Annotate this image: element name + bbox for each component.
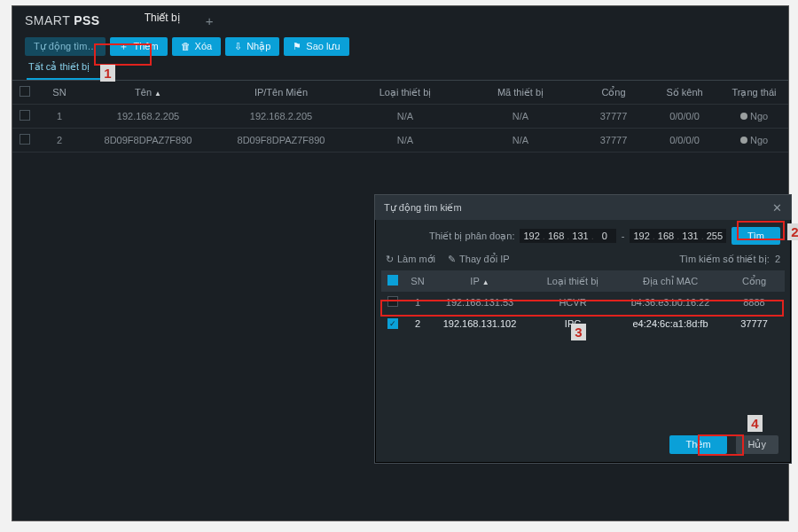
- import-button[interactable]: ⇩ Nhập: [225, 37, 279, 56]
- backup-icon: ⚑: [293, 41, 301, 52]
- search-row[interactable]: 1 192.168.131.53 HCVR b4:36:e3:b0:16:22 …: [381, 292, 785, 313]
- segment-label: Thiết bị phân đoạn:: [429, 231, 515, 242]
- brand: SMART PSS: [25, 13, 100, 27]
- brand-smart: SMART: [25, 13, 70, 27]
- dlg-col-checkbox[interactable]: [381, 270, 404, 292]
- import-icon: ⇩: [234, 41, 242, 52]
- auto-search-button[interactable]: Tự động tìm…: [25, 37, 106, 56]
- titlebar: SMART PSS Thiết bị +: [12, 6, 788, 35]
- dlg-col-port[interactable]: Cổng: [724, 270, 785, 292]
- dialog-actions-row: ↻ Làm mới ✎ Thay đổi IP Tìm kiếm số thiế…: [375, 252, 791, 270]
- row-checkbox[interactable]: [387, 296, 398, 307]
- backup-button[interactable]: ⚑ Sao lưu: [284, 37, 348, 56]
- col-status[interactable]: Trạng thái: [720, 81, 788, 105]
- dialog-titlebar: Tự động tìm kiếm ✕: [375, 195, 791, 220]
- dlg-col-type[interactable]: Loại thiết bị: [528, 270, 617, 292]
- dialog-footer: Thêm Hủy: [375, 426, 791, 463]
- col-name[interactable]: Tên▲: [82, 81, 215, 105]
- dlg-col-mac[interactable]: Địa chỉ MAC: [617, 270, 724, 292]
- trash-icon: 🗑: [181, 41, 191, 51]
- dlg-col-sn[interactable]: SN: [404, 270, 431, 292]
- search-button[interactable]: Tìm: [732, 227, 780, 245]
- found-count: Tìm kiếm số thiết bị: 2: [679, 254, 780, 265]
- delete-label: Xóa: [195, 41, 213, 51]
- row-checkbox[interactable]: [20, 134, 30, 145]
- refresh-link[interactable]: ↻ Làm mới: [386, 254, 435, 265]
- callout-1: 1: [100, 65, 115, 82]
- filter-row: Tất cả thiết bị: [12, 58, 788, 81]
- filter-all-devices[interactable]: Tất cả thiết bị: [27, 57, 102, 80]
- dialog-add-button[interactable]: Thêm: [669, 435, 726, 454]
- ip-dash: -: [622, 231, 625, 241]
- add-label: Thêm: [133, 41, 158, 51]
- devices-table: SN Tên▲ IP/Tên Miền Loại thiết bị Mã thi…: [12, 81, 788, 153]
- table-row[interactable]: 2 8D09F8DPAZ7F890 8D09F8DPAZ7F890 N/A N/…: [12, 129, 788, 153]
- add-button[interactable]: ＋ Thêm: [110, 37, 167, 56]
- col-channels[interactable]: Số kênh: [649, 81, 720, 105]
- callout-3: 3: [571, 324, 586, 340]
- dialog-search-row: Thiết bị phân đoạn: 192. 168. 131. 0 - 1…: [375, 220, 791, 252]
- delete-button[interactable]: 🗑 Xóa: [172, 37, 222, 56]
- status-dot-icon: [740, 137, 747, 144]
- dialog-cancel-button[interactable]: Hủy: [736, 435, 778, 454]
- auto-search-label: Tự động tìm…: [34, 41, 97, 52]
- col-port[interactable]: Cổng: [578, 81, 649, 105]
- ip-to-input[interactable]: 192. 168. 131. 255: [630, 229, 726, 243]
- backup-label: Sao lưu: [306, 41, 340, 52]
- close-icon[interactable]: ✕: [772, 201, 782, 215]
- table-row[interactable]: 1 192.168.2.205 192.168.2.205 N/A N/A 37…: [12, 105, 788, 129]
- col-code[interactable]: Mã thiết bị: [463, 81, 578, 105]
- modify-ip-link[interactable]: ✎ Thay đổi IP: [448, 254, 510, 265]
- refresh-icon: ↻: [386, 254, 394, 265]
- dlg-col-ip[interactable]: IP▲: [431, 270, 528, 292]
- col-ip[interactable]: IP/Tên Miền: [215, 81, 348, 105]
- col-sn[interactable]: SN: [37, 81, 82, 105]
- callout-4: 4: [747, 415, 763, 432]
- callout-2: 2: [787, 223, 798, 240]
- col-checkbox[interactable]: [12, 81, 37, 105]
- tab-add-icon[interactable]: +: [203, 14, 216, 27]
- row-checkbox[interactable]: [387, 318, 398, 329]
- app-window: SMART PSS Thiết bị + Tự động tìm… ＋ Thêm…: [12, 5, 789, 521]
- plus-icon: ＋: [119, 40, 129, 53]
- pencil-icon: ✎: [448, 254, 456, 265]
- dialog-title: Tự động tìm kiếm: [384, 202, 462, 214]
- import-label: Nhập: [246, 41, 270, 52]
- toolbar: Tự động tìm… ＋ Thêm 🗑 Xóa ⇩ Nhập ⚑ Sao l…: [12, 35, 788, 58]
- col-type[interactable]: Loại thiết bị: [348, 81, 463, 105]
- brand-pss: PSS: [74, 13, 100, 27]
- row-checkbox[interactable]: [20, 110, 30, 121]
- status-dot-icon: [740, 113, 747, 120]
- ip-from-input[interactable]: 192. 168. 131. 0: [520, 229, 615, 243]
- tab-devices[interactable]: Thiết bị: [125, 8, 200, 33]
